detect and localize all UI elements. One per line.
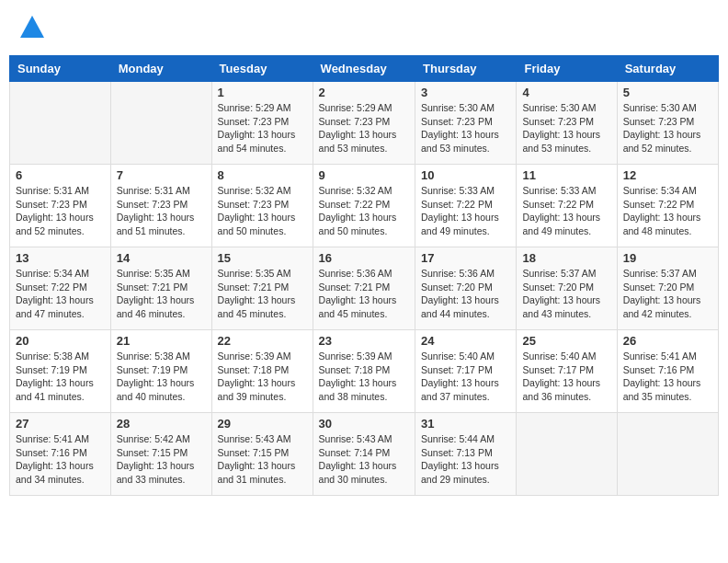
calendar-cell: 12Sunrise: 5:34 AM Sunset: 7:22 PM Dayli…: [617, 165, 718, 247]
day-info: Sunrise: 5:40 AM Sunset: 7:17 PM Dayligh…: [522, 350, 610, 404]
day-number: 19: [623, 251, 712, 265]
day-number: 9: [319, 168, 409, 182]
day-number: 28: [117, 417, 206, 431]
calendar-table: SundayMondayTuesdayWednesdayThursdayFrid…: [9, 55, 719, 496]
calendar-cell: 8Sunrise: 5:32 AM Sunset: 7:23 PM Daylig…: [211, 165, 313, 247]
calendar-cell: [617, 413, 718, 496]
col-header-thursday: Thursday: [415, 56, 517, 82]
calendar-cell: 30Sunrise: 5:43 AM Sunset: 7:14 PM Dayli…: [313, 413, 415, 496]
svg-marker-0: [20, 16, 44, 38]
day-number: 1: [218, 86, 307, 99]
calendar-cell: 10Sunrise: 5:33 AM Sunset: 7:22 PM Dayli…: [415, 165, 517, 247]
day-number: 26: [623, 334, 712, 348]
day-info: Sunrise: 5:36 AM Sunset: 7:21 PM Dayligh…: [319, 267, 409, 321]
calendar-cell: [517, 413, 617, 496]
calendar-cell: [10, 82, 111, 165]
day-info: Sunrise: 5:29 AM Sunset: 7:23 PM Dayligh…: [218, 101, 307, 155]
day-number: 11: [522, 168, 610, 182]
day-number: 22: [218, 334, 307, 348]
calendar-cell: 2Sunrise: 5:29 AM Sunset: 7:23 PM Daylig…: [313, 82, 415, 165]
day-info: Sunrise: 5:35 AM Sunset: 7:21 PM Dayligh…: [218, 267, 307, 321]
day-number: 24: [421, 334, 510, 348]
day-info: Sunrise: 5:30 AM Sunset: 7:23 PM Dayligh…: [421, 101, 510, 155]
calendar-week-row: 1Sunrise: 5:29 AM Sunset: 7:23 PM Daylig…: [10, 82, 719, 165]
day-info: Sunrise: 5:37 AM Sunset: 7:20 PM Dayligh…: [522, 267, 610, 321]
day-number: 8: [218, 168, 307, 182]
day-info: Sunrise: 5:35 AM Sunset: 7:21 PM Dayligh…: [117, 267, 206, 321]
calendar-cell: 11Sunrise: 5:33 AM Sunset: 7:22 PM Dayli…: [517, 165, 617, 247]
day-info: Sunrise: 5:41 AM Sunset: 7:16 PM Dayligh…: [623, 350, 712, 404]
day-info: Sunrise: 5:32 AM Sunset: 7:22 PM Dayligh…: [319, 184, 409, 238]
day-info: Sunrise: 5:42 AM Sunset: 7:15 PM Dayligh…: [117, 432, 206, 487]
day-number: 13: [16, 251, 105, 265]
day-info: Sunrise: 5:31 AM Sunset: 7:23 PM Dayligh…: [16, 184, 105, 238]
day-number: 15: [218, 251, 307, 265]
calendar-cell: 19Sunrise: 5:37 AM Sunset: 7:20 PM Dayli…: [617, 247, 718, 330]
day-number: 4: [522, 86, 610, 99]
day-number: 23: [319, 334, 409, 348]
day-info: Sunrise: 5:41 AM Sunset: 7:16 PM Dayligh…: [16, 432, 105, 487]
day-info: Sunrise: 5:30 AM Sunset: 7:23 PM Dayligh…: [623, 101, 712, 155]
day-info: Sunrise: 5:30 AM Sunset: 7:23 PM Dayligh…: [522, 101, 610, 155]
col-header-sunday: Sunday: [10, 56, 111, 82]
day-info: Sunrise: 5:39 AM Sunset: 7:18 PM Dayligh…: [218, 350, 307, 404]
day-number: 31: [421, 417, 510, 431]
day-number: 12: [623, 168, 712, 182]
day-info: Sunrise: 5:38 AM Sunset: 7:19 PM Dayligh…: [117, 350, 206, 404]
day-info: Sunrise: 5:31 AM Sunset: 7:23 PM Dayligh…: [117, 184, 206, 238]
day-number: 21: [117, 334, 206, 348]
day-info: Sunrise: 5:37 AM Sunset: 7:20 PM Dayligh…: [623, 267, 712, 321]
calendar-week-row: 27Sunrise: 5:41 AM Sunset: 7:16 PM Dayli…: [10, 413, 719, 496]
calendar-cell: 25Sunrise: 5:40 AM Sunset: 7:17 PM Dayli…: [517, 330, 617, 413]
calendar-cell: 31Sunrise: 5:44 AM Sunset: 7:13 PM Dayli…: [415, 413, 517, 496]
day-number: 17: [421, 251, 510, 265]
calendar-cell: 22Sunrise: 5:39 AM Sunset: 7:18 PM Dayli…: [211, 330, 313, 413]
calendar-header-row: SundayMondayTuesdayWednesdayThursdayFrid…: [10, 56, 719, 82]
calendar-cell: 27Sunrise: 5:41 AM Sunset: 7:16 PM Dayli…: [10, 413, 111, 496]
calendar-cell: 26Sunrise: 5:41 AM Sunset: 7:16 PM Dayli…: [617, 330, 718, 413]
calendar-cell: 20Sunrise: 5:38 AM Sunset: 7:19 PM Dayli…: [10, 330, 111, 413]
calendar-cell: 17Sunrise: 5:36 AM Sunset: 7:20 PM Dayli…: [415, 247, 517, 330]
day-number: 10: [421, 168, 510, 182]
day-number: 3: [421, 86, 510, 99]
day-info: Sunrise: 5:39 AM Sunset: 7:18 PM Dayligh…: [319, 350, 409, 404]
calendar-cell: 21Sunrise: 5:38 AM Sunset: 7:19 PM Dayli…: [110, 330, 211, 413]
col-header-tuesday: Tuesday: [211, 56, 313, 82]
day-info: Sunrise: 5:38 AM Sunset: 7:19 PM Dayligh…: [16, 350, 105, 404]
calendar-cell: 29Sunrise: 5:43 AM Sunset: 7:15 PM Dayli…: [211, 413, 313, 496]
calendar-cell: 28Sunrise: 5:42 AM Sunset: 7:15 PM Dayli…: [110, 413, 211, 496]
logo-icon: [18, 14, 46, 41]
day-number: 14: [117, 251, 206, 265]
day-info: Sunrise: 5:29 AM Sunset: 7:23 PM Dayligh…: [319, 101, 409, 155]
calendar-cell: 23Sunrise: 5:39 AM Sunset: 7:18 PM Dayli…: [313, 330, 415, 413]
calendar-cell: 24Sunrise: 5:40 AM Sunset: 7:17 PM Dayli…: [415, 330, 517, 413]
col-header-monday: Monday: [110, 56, 211, 82]
col-header-wednesday: Wednesday: [313, 56, 415, 82]
calendar-cell: 14Sunrise: 5:35 AM Sunset: 7:21 PM Dayli…: [110, 247, 211, 330]
calendar-cell: 5Sunrise: 5:30 AM Sunset: 7:23 PM Daylig…: [617, 82, 718, 165]
day-info: Sunrise: 5:34 AM Sunset: 7:22 PM Dayligh…: [623, 184, 712, 238]
calendar-week-row: 20Sunrise: 5:38 AM Sunset: 7:19 PM Dayli…: [10, 330, 719, 413]
calendar-cell: 3Sunrise: 5:30 AM Sunset: 7:23 PM Daylig…: [415, 82, 517, 165]
calendar-cell: 6Sunrise: 5:31 AM Sunset: 7:23 PM Daylig…: [10, 165, 111, 247]
calendar-cell: 15Sunrise: 5:35 AM Sunset: 7:21 PM Dayli…: [211, 247, 313, 330]
calendar-week-row: 6Sunrise: 5:31 AM Sunset: 7:23 PM Daylig…: [10, 165, 719, 247]
calendar-cell: 9Sunrise: 5:32 AM Sunset: 7:22 PM Daylig…: [313, 165, 415, 247]
day-number: 2: [319, 86, 409, 99]
day-number: 30: [319, 417, 409, 431]
calendar-cell: [110, 82, 211, 165]
day-number: 6: [16, 168, 105, 182]
calendar-cell: 7Sunrise: 5:31 AM Sunset: 7:23 PM Daylig…: [110, 165, 211, 247]
day-info: Sunrise: 5:32 AM Sunset: 7:23 PM Dayligh…: [218, 184, 307, 238]
day-number: 29: [218, 417, 307, 431]
day-info: Sunrise: 5:43 AM Sunset: 7:15 PM Dayligh…: [218, 432, 307, 487]
day-info: Sunrise: 5:33 AM Sunset: 7:22 PM Dayligh…: [522, 184, 610, 238]
calendar-cell: 13Sunrise: 5:34 AM Sunset: 7:22 PM Dayli…: [10, 247, 111, 330]
day-info: Sunrise: 5:43 AM Sunset: 7:14 PM Dayligh…: [319, 432, 409, 487]
col-header-friday: Friday: [517, 56, 617, 82]
day-number: 16: [319, 251, 409, 265]
calendar-cell: 16Sunrise: 5:36 AM Sunset: 7:21 PM Dayli…: [313, 247, 415, 330]
day-info: Sunrise: 5:40 AM Sunset: 7:17 PM Dayligh…: [421, 350, 510, 404]
day-info: Sunrise: 5:36 AM Sunset: 7:20 PM Dayligh…: [421, 267, 510, 321]
calendar-cell: 18Sunrise: 5:37 AM Sunset: 7:20 PM Dayli…: [517, 247, 617, 330]
